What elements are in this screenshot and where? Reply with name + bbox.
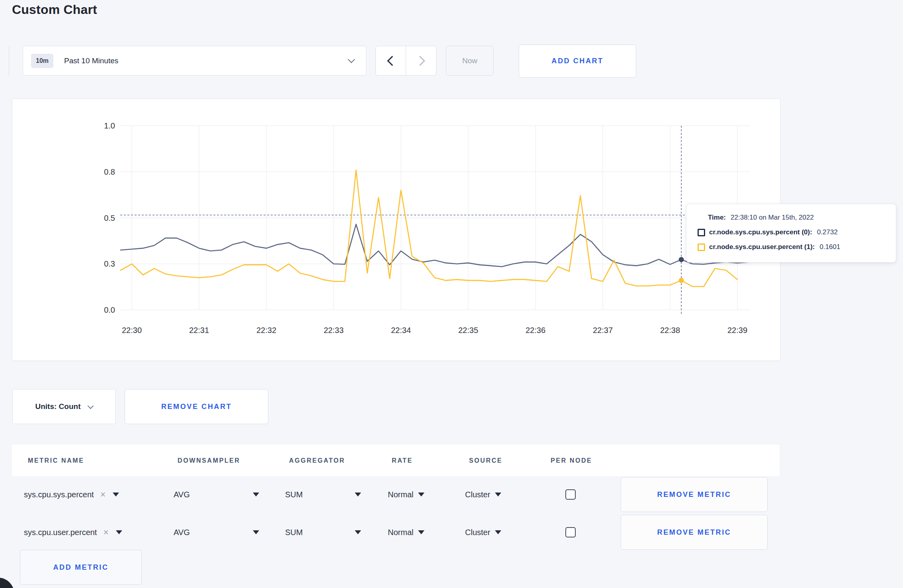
tooltip-series-value: 0.2732 xyxy=(817,228,838,236)
aggregator-value: SUM xyxy=(285,490,303,499)
x-axis-tick-label: 22:36 xyxy=(526,326,545,335)
tooltip-time-label: Time: xyxy=(708,214,726,221)
time-range-badge: 10m xyxy=(31,54,53,68)
remove-metric-button[interactable]: REMOVE METRIC xyxy=(621,477,768,512)
caret-down-icon xyxy=(113,493,119,496)
time-range-label: Past 10 Minutes xyxy=(64,56,349,65)
aggregator-value: SUM xyxy=(285,528,303,537)
metric-name-value: sys.cpu.sys.percent xyxy=(24,490,94,499)
column-header-aggregator: AGGREGATOR xyxy=(285,457,388,464)
units-label: Units: Count xyxy=(35,402,81,411)
y-axis-tick-label: 0.8 xyxy=(104,167,115,176)
caret-down-icon xyxy=(355,493,361,496)
metric-row: sys.cpu.sys.percent × AVG SUM Normal Clu… xyxy=(12,476,780,513)
metric-name-select[interactable]: sys.cpu.user.percent × xyxy=(24,528,174,537)
chevron-right-icon xyxy=(415,56,425,66)
chevron-down-icon xyxy=(88,403,94,409)
x-axis-tick-label: 22:33 xyxy=(324,326,344,335)
rate-value: Normal xyxy=(388,528,413,537)
metrics-table-header: METRIC NAME DOWNSAMPLER AGGREGATOR RATE … xyxy=(12,445,780,476)
tooltip-series-label: cr.node.sys.cpu.sys.percent (0): xyxy=(709,228,812,236)
caret-down-icon xyxy=(116,530,122,534)
y-axis-tick-label: 0.3 xyxy=(104,259,115,268)
tooltip-series-row: cr.node.sys.cpu.sys.percent (0): 0.2732 xyxy=(698,228,885,236)
source-select[interactable]: Cluster xyxy=(465,528,547,537)
chevron-left-icon xyxy=(387,56,397,66)
x-axis-tick-label: 22:38 xyxy=(660,326,680,335)
tooltip-series-label: cr.node.sys.cpu.user.percent (1): xyxy=(709,243,815,251)
caret-down-icon xyxy=(418,530,424,534)
add-metric-button[interactable]: ADD METRIC xyxy=(20,550,142,585)
rate-select[interactable]: Normal xyxy=(388,490,465,499)
caret-down-icon xyxy=(253,493,259,496)
add-chart-button[interactable]: ADD CHART xyxy=(519,45,636,78)
y-axis-tick-label: 0.0 xyxy=(104,306,115,314)
x-axis-tick-label: 22:30 xyxy=(122,326,142,335)
chevron-down-icon xyxy=(348,56,355,63)
custom-chart-page: { "page": { "title": "Custom Chart", "ba… xyxy=(0,0,903,588)
corner-widget-fragment xyxy=(0,578,14,588)
source-value: Cluster xyxy=(465,490,490,499)
x-axis-tick-label: 22:35 xyxy=(458,326,478,335)
source-value: Cluster xyxy=(465,528,490,537)
y-axis-tick-label: 0.5 xyxy=(104,214,115,222)
now-button[interactable]: Now xyxy=(446,46,494,76)
caret-down-icon xyxy=(495,493,501,496)
x-axis-tick-label: 22:31 xyxy=(189,326,209,335)
chart-plot-area[interactable]: 0.00.30.50.81.022:3022:3122:3222:3322:34… xyxy=(12,99,780,360)
aggregator-select[interactable]: SUM xyxy=(285,490,388,499)
tooltip-series-row: cr.node.sys.cpu.user.percent (1): 0.1601 xyxy=(698,243,885,251)
tooltip-series-value: 0.1601 xyxy=(819,243,840,251)
chart-card: 0.00.30.50.81.022:3022:3122:3222:3322:34… xyxy=(12,99,780,361)
toolbar-divider xyxy=(9,46,9,76)
downsampler-select[interactable]: AVG xyxy=(174,528,285,537)
close-icon[interactable]: × xyxy=(103,528,108,537)
downsampler-value: AVG xyxy=(174,490,190,499)
hover-dot-user xyxy=(679,278,684,283)
time-range-dropdown[interactable]: 10m Past 10 Minutes xyxy=(23,46,366,76)
series-line-user xyxy=(121,170,737,286)
units-dropdown[interactable]: Units: Count xyxy=(12,389,116,424)
caret-down-icon xyxy=(495,530,501,534)
hover-dot-sys xyxy=(679,257,684,262)
remove-chart-button[interactable]: REMOVE CHART xyxy=(125,389,268,424)
x-axis-tick-label: 22:37 xyxy=(593,326,613,335)
column-header-metric-name: METRIC NAME xyxy=(24,457,174,464)
aggregator-select[interactable]: SUM xyxy=(285,528,388,537)
per-node-checkbox[interactable] xyxy=(565,489,576,500)
page-title: Custom Chart xyxy=(12,2,97,17)
rate-value: Normal xyxy=(388,490,413,499)
source-select[interactable]: Cluster xyxy=(465,490,547,499)
column-header-per-node: PER NODE xyxy=(547,457,594,464)
chart-tooltip: Time:22:38:10 on Mar 15th, 2022 cr.node.… xyxy=(686,204,896,263)
caret-down-icon xyxy=(253,530,259,534)
prev-range-button[interactable] xyxy=(376,46,406,75)
column-header-downsampler: DOWNSAMPLER xyxy=(174,457,285,464)
x-axis-tick-label: 22:32 xyxy=(256,326,276,335)
caret-down-icon xyxy=(418,493,424,496)
series-user-swatch-icon xyxy=(698,243,705,251)
column-header-rate: RATE xyxy=(388,457,465,464)
x-axis-tick-label: 22:34 xyxy=(391,326,411,335)
metric-name-select[interactable]: sys.cpu.sys.percent × xyxy=(24,490,174,499)
per-node-checkbox[interactable] xyxy=(565,527,576,537)
tooltip-time-row: Time:22:38:10 on Mar 15th, 2022 xyxy=(708,214,885,222)
remove-metric-button[interactable]: REMOVE METRIC xyxy=(621,515,768,550)
x-axis-tick-label: 22:39 xyxy=(727,326,747,335)
time-nav-group xyxy=(375,46,436,76)
rate-select[interactable]: Normal xyxy=(388,528,465,537)
tooltip-time-value: 22:38:10 on Mar 15th, 2022 xyxy=(731,214,814,221)
downsampler-select[interactable]: AVG xyxy=(174,490,285,499)
series-line-sys xyxy=(121,224,749,267)
series-sys-swatch-icon xyxy=(698,229,705,236)
caret-down-icon xyxy=(355,530,361,534)
close-icon[interactable]: × xyxy=(100,490,106,499)
metric-name-value: sys.cpu.user.percent xyxy=(24,528,97,537)
downsampler-value: AVG xyxy=(174,528,190,537)
metric-row: sys.cpu.user.percent × AVG SUM Normal Cl… xyxy=(12,514,780,551)
y-axis-tick-label: 1.0 xyxy=(104,121,115,130)
column-header-source: SOURCE xyxy=(465,457,547,464)
next-range-button[interactable] xyxy=(406,46,436,75)
